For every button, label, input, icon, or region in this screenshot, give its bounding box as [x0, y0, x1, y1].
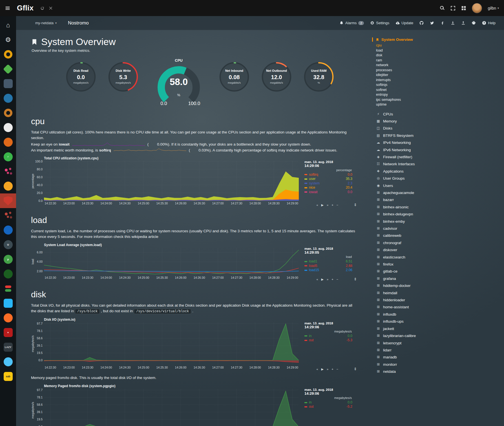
play-button[interactable]: ▶ [321, 278, 324, 281]
zoom-in-button[interactable]: + [331, 278, 333, 281]
menu-app-lidarr[interactable]: ⊞lidarr [372, 347, 437, 354]
sidebar-app-jdownloader[interactable]: ▾ [0, 325, 16, 340]
menu-app-firefox[interactable]: ⊞firefox [372, 261, 437, 268]
sidebar-app-home[interactable]: ⌂ [0, 18, 16, 32]
menu-app-home-assistant[interactable]: ⊞home-assistant [372, 304, 437, 311]
zoom-out-button[interactable]: − [337, 278, 338, 281]
forward-button[interactable]: » [327, 367, 328, 371]
sidebar-app-stats-app[interactable] [0, 164, 16, 179]
sidebar-app-airsonic[interactable] [0, 91, 16, 106]
menu-sub-network[interactable]: network [376, 63, 437, 68]
sidebar-app-duplicati[interactable] [0, 223, 16, 237]
legend-series-in[interactable]: in0.0 [304, 400, 352, 405]
menu-app-elasticsearch[interactable]: ⊞elasticsearch [372, 254, 437, 261]
menu-app-gitlab-ce[interactable]: ⊞gitlab-ce [372, 268, 437, 275]
chart-plot[interactable]: 14:22:3014:23:0014:23:3014:24:0014:24:30… [31, 160, 301, 207]
refresh-tab-icon[interactable] [40, 6, 44, 10]
sidebar-app-krusader[interactable] [0, 208, 16, 223]
resize-handle[interactable]: ⇕ [354, 367, 357, 371]
chart-plot[interactable]: 14:22:3014:23:0014:23:3014:24:0014:24:30… [31, 246, 301, 281]
legend-series-system[interactable]: system2.3 [304, 181, 352, 186]
update-button[interactable]: Update [395, 21, 413, 25]
sidebar-app-tautulli[interactable] [0, 47, 16, 62]
legend-series-iowait[interactable]: iowait0.0 [304, 190, 352, 195]
menu-section-users[interactable]: ◉Users [372, 182, 437, 189]
avatar[interactable] [472, 3, 482, 13]
forward-button[interactable]: » [327, 278, 328, 281]
resize-handle[interactable]: ⇕ [354, 203, 357, 207]
hamburger-menu-icon[interactable] [5, 6, 10, 11]
menu-sub-interrupts[interactable]: interrupts [376, 78, 437, 83]
legend-series-out[interactable]: out-5.2 [304, 405, 352, 409]
sidebar-app-deluge[interactable] [0, 354, 16, 369]
sidebar-app-settings[interactable]: ⚙ [0, 32, 16, 47]
chart-plot[interactable]: 14:22:3014:23:0014:23:3014:24:0014:24:30… [31, 321, 301, 371]
sidebar-app-cutt[interactable] [0, 267, 16, 281]
export-button[interactable] [461, 21, 465, 25]
menu-app-letsencrypt[interactable]: ⊞letsencrypt [372, 340, 437, 347]
rewind-button[interactable]: « [316, 203, 318, 207]
sidebar-app-lazylibrarian[interactable]: LAZY [0, 340, 16, 354]
facebook-button[interactable] [440, 21, 445, 25]
twitter-button[interactable] [430, 21, 434, 25]
menu-app-calibreweb[interactable]: ⊞calibreweb [372, 232, 437, 239]
zoom-in-button[interactable]: + [331, 203, 333, 207]
menu-app-influxdb-ups[interactable]: ⊞influxdb-ups [372, 318, 437, 325]
menu-app-cadvisor[interactable]: ⊞cadvisor [372, 225, 437, 232]
sidebar-app-gitlab[interactable] [0, 311, 16, 325]
menu-app-binhex-emby[interactable]: ⊞binhex-emby [372, 218, 437, 225]
legend-series-load1[interactable]: load16.51 [304, 259, 352, 264]
user-menu[interactable]: gilbn ▾ [488, 6, 499, 10]
settings-button[interactable]: Settings [370, 21, 389, 25]
menu-section-btrfs-filesystem[interactable]: ▤BTRFS filesystem [372, 132, 437, 139]
menu-sub-cpu[interactable]: cpu [376, 43, 437, 48]
alarms-button[interactable]: Alarms 2 [339, 21, 364, 25]
menu-section-ipv6-networking[interactable]: ☁IPv6 Networking [372, 146, 437, 153]
sidebar-app-lidarr[interactable] [0, 281, 16, 296]
sidebar-app-unifi[interactable]: U [0, 237, 16, 252]
play-button[interactable]: ▶ [321, 203, 324, 207]
menu-sub-ram[interactable]: ram [376, 58, 437, 63]
menu-app-jackett[interactable]: ⊞jackett [372, 325, 437, 332]
menu-sub-load[interactable]: load [376, 48, 437, 53]
sidebar-app-sabnzbd[interactable]: sab [0, 369, 16, 384]
menu-app-binhex-airsonic[interactable]: ⊞binhex-airsonic [372, 204, 437, 211]
github-button[interactable] [419, 21, 424, 25]
chart-canvas[interactable]: 14:22:3014:23:0014:23:3014:24:0014:24:30… [31, 387, 301, 426]
menu-sub-disk[interactable]: disk [376, 53, 437, 58]
menu-sub-ipc-semaphores[interactable]: ipc semaphores [376, 97, 437, 102]
menu-section-applications[interactable]: ❖Applications [372, 168, 437, 175]
menu-section-user-groups[interactable]: ◎User Groups [372, 175, 437, 182]
menu-sub-idlejitter[interactable]: idlejitter [376, 73, 437, 78]
sidebar-app-portainer[interactable] [0, 76, 16, 91]
menu-app-bazarr[interactable]: ⊞bazarr [372, 196, 437, 203]
menu-app-heimdall[interactable]: ⊞heimdall [372, 289, 437, 296]
legend-series-softirq[interactable]: softirq0.0 [304, 173, 352, 177]
play-button[interactable]: ▶ [321, 367, 324, 371]
legend-series-load15[interactable]: load152.06 [304, 268, 352, 273]
menu-app-hddtemp-docker[interactable]: ⊞hddtemp-docker [372, 282, 437, 289]
menu-app-lazylibrarian-calibre[interactable]: ⊞lazylibrarian-calibre [372, 332, 437, 339]
rewind-button[interactable]: « [316, 278, 318, 281]
sidebar-app-utorrent[interactable]: µ [0, 252, 16, 267]
search-icon[interactable] [440, 6, 445, 11]
zoom-out-button[interactable]: − [337, 367, 338, 371]
sidebar-app-trakt[interactable] [0, 120, 16, 135]
menu-section-firewall-netfilter-[interactable]: ◈Firewall (netfilter) [372, 153, 437, 160]
menu-sub-entropy[interactable]: entropy [376, 92, 437, 97]
legend-series-user[interactable]: user35.3 [304, 177, 352, 181]
menu-app-chronograf[interactable]: ⊞chronograf [372, 239, 437, 246]
close-tab-icon[interactable] [49, 6, 53, 10]
legend-series-in[interactable]: in0.0 [304, 334, 352, 338]
sidebar-app-ombi[interactable] [0, 135, 16, 150]
legend-series-load5[interactable]: load52.68 [304, 264, 352, 268]
chart-canvas[interactable]: 14:22:3014:23:0014:23:3014:24:0014:24:30… [31, 160, 301, 206]
sidebar-app-netdata[interactable] [0, 193, 16, 208]
menu-app-diskover[interactable]: ⊞diskover [372, 246, 437, 253]
sidebar-app-emby[interactable] [0, 62, 16, 76]
sidebar-app-heimdall[interactable] [0, 296, 16, 311]
menu-section-cpus[interactable]: ⚡CPUs [372, 111, 437, 118]
menu-app-monitorr[interactable]: ⊞monitorr [372, 361, 437, 368]
import-button[interactable] [451, 21, 455, 25]
rewind-button[interactable]: « [316, 367, 318, 371]
